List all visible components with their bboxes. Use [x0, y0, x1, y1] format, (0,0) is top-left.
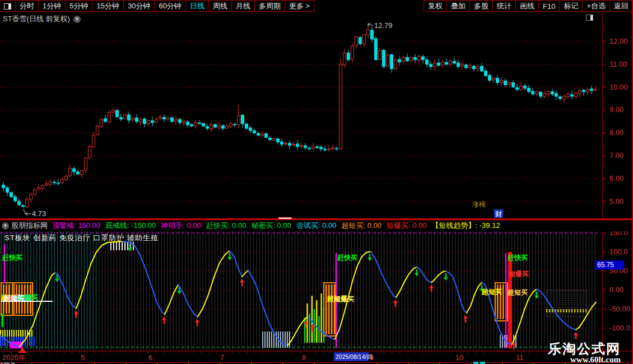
sector-tags: ST板块 创新药 免疫治疗 口罩防护 辅助生殖	[4, 233, 159, 243]
topbar-item-2[interactable]: 5分钟	[65, 0, 92, 12]
svg-text:7.00: 7.00	[609, 151, 623, 160]
svg-text:11.00: 11.00	[609, 60, 627, 68]
top-menu-bar: 分时1分钟5分钟15分钟30分钟60分钟日线周线月线多周期更多 > 复权叠加多股…	[0, 0, 633, 12]
split-view-icon	[4, 3, 11, 10]
trend-field: 【短线趋势】: -39.12	[432, 221, 500, 231]
svg-text:-100.0: -100.0	[609, 324, 630, 332]
indicator-collapse-icon[interactable]: ▼	[2, 222, 9, 230]
maximize-icon[interactable]	[586, 15, 593, 21]
topbar-item-6[interactable]: 日线	[185, 0, 209, 12]
svg-text:12.00: 12.00	[609, 37, 628, 45]
svg-text:2025年: 2025年	[2, 353, 26, 362]
svg-text:-50.00: -50.00	[609, 305, 630, 313]
svg-text:5: 5	[81, 353, 85, 362]
svg-text:涨槞: 涨槞	[472, 200, 486, 208]
topbar-tool-3[interactable]: 统计	[492, 0, 516, 12]
signal-jumble-2-1: 超短买	[508, 288, 528, 297]
indicator-field-6: 超短买: 0.00	[341, 221, 381, 231]
signal-label-1: 赶快买	[337, 253, 357, 263]
svg-text:财: 财	[495, 210, 502, 218]
page-title: ST香雪(日线 前复权)	[3, 14, 70, 24]
chart-canvas[interactable]: 12.794.73涨槞财12.0011.0010.009.008.007.006…	[0, 0, 633, 364]
svg-text:12.79: 12.79	[374, 21, 393, 30]
topbar-item-3[interactable]: 15分钟	[92, 0, 123, 12]
watermark-name: 乐淘公式网	[548, 342, 621, 356]
indicator-header: ▼ 股朋指标网 顶警戒: 150.00底戒线: -150.00神猎手: 0.00…	[0, 219, 632, 231]
indicator-field-2: 神猎手: 0.00	[161, 221, 201, 231]
topbar-item-4[interactable]: 30分钟	[123, 0, 155, 12]
svg-text:5.00: 5.00	[609, 197, 623, 206]
signal-jumble-2-0: 超短买	[482, 287, 502, 297]
svg-text:11: 11	[516, 353, 524, 362]
topbar-tool-1[interactable]: 叠加	[446, 0, 470, 12]
chart-title-row: ST香雪(日线 前复权) ▼	[3, 14, 81, 24]
jumble-underline	[1, 301, 53, 302]
trend-label: 【短线趋势】	[432, 221, 476, 230]
topbar-item-0[interactable]: 分时	[15, 0, 39, 12]
indicator-fields: 顶警戒: 150.00底戒线: -150.00神猎手: 0.00赶快买: 0.0…	[52, 221, 432, 231]
svg-text:10: 10	[455, 353, 463, 362]
topbar-item-7[interactable]: 周线	[208, 0, 232, 12]
svg-text:6.00: 6.00	[609, 174, 623, 183]
tools-menu: 复权叠加多股统计画线F10标记+自选返回	[424, 0, 633, 12]
chart-corner-icons	[586, 15, 593, 21]
trend-colon: :	[476, 221, 480, 230]
indicator-field-5: 尝试买: 0.00	[296, 221, 337, 231]
svg-text:7: 7	[220, 353, 224, 362]
indicator-source: 股朋指标网	[11, 221, 48, 231]
svg-text:65.75: 65.75	[597, 261, 614, 269]
topbar-tool-2[interactable]: 多股	[469, 0, 493, 12]
window-split-icon[interactable]	[0, 0, 16, 12]
topbar-item-5[interactable]: 60分钟	[154, 0, 185, 12]
chevron-down-icon[interactable]: ▼	[73, 16, 81, 23]
signal-label-0: 赶快买	[2, 253, 22, 263]
indicator-field-4: 秘密买: 0.00	[251, 221, 291, 231]
svg-text:8: 8	[302, 353, 306, 362]
topbar-tool-5[interactable]: F10	[538, 0, 560, 12]
signal-jumble-1-1: 短爆买	[334, 295, 354, 304]
signal-label-2: 赶快买	[508, 253, 528, 263]
topbar-tool-7[interactable]: +自选	[582, 0, 610, 12]
topbar-tool-6[interactable]: 标记	[559, 0, 583, 12]
svg-text:100.0: 100.0	[609, 248, 628, 256]
site-watermark: 乐淘公式网 www.60lt.com	[548, 342, 621, 364]
indicator-field-7: 短爆买: 0.00	[387, 221, 427, 231]
topbar-tool-0[interactable]: 复权	[423, 0, 447, 12]
period-menu: 分时1分钟5分钟15分钟30分钟60分钟日线周线月线多周期更多 >	[16, 0, 314, 12]
svg-text:0.00: 0.00	[609, 286, 623, 294]
indicator-field-3: 赶快买: 0.00	[206, 221, 246, 231]
svg-text:10.00: 10.00	[609, 83, 628, 91]
signal-label-3: 短爆买	[509, 269, 529, 279]
topbar-tool-4[interactable]: 画线	[515, 0, 539, 12]
svg-text:6: 6	[148, 353, 152, 362]
topbar-item-10[interactable]: 更多 >	[285, 0, 314, 12]
svg-text:8.00: 8.00	[609, 128, 623, 137]
indicator-field-1: 底戒线: -150.00	[105, 221, 156, 231]
trend-value: -39.12	[480, 221, 500, 230]
indicator-field-0: 顶警戒: 150.00	[52, 221, 100, 231]
topbar-tool-8[interactable]: 返回	[609, 0, 633, 12]
watermark-url: www.60lt.com	[548, 356, 621, 364]
svg-text:9.00: 9.00	[609, 105, 623, 114]
topbar-item-9[interactable]: 多周期	[254, 0, 285, 12]
svg-text:2025/08/14/四: 2025/08/14/四	[336, 353, 373, 360]
svg-text:4.73: 4.73	[32, 209, 46, 218]
topbar-item-8[interactable]: 月线	[231, 0, 255, 12]
trading-app-window: 分时1分钟5分钟15分钟30分钟60分钟日线周线月线多周期更多 > 复权叠加多股…	[0, 0, 633, 364]
topbar-item-1[interactable]: 1分钟	[38, 0, 66, 12]
